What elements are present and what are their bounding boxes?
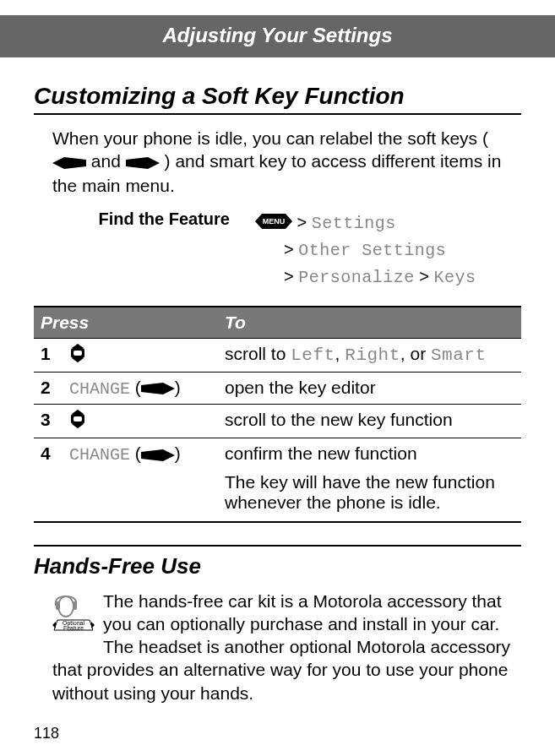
step-number: 3: [34, 405, 63, 438]
path-settings: Settings: [312, 214, 396, 233]
left-softkey-icon: [52, 151, 86, 174]
handsfree-paragraph: Optional Feature The hands-free car kit …: [52, 590, 521, 704]
chapter-header: Adjusting Your Settings: [0, 15, 555, 57]
opt-left: Left: [291, 345, 335, 365]
handsfree-text: The hands-free car kit is a Motorola acc…: [52, 591, 510, 703]
find-feature-label: Find the Feature: [52, 209, 255, 291]
gt-sep: >: [284, 240, 294, 258]
feature-path: MENU > Settings > Other Settings > Perso…: [255, 209, 476, 291]
sep: ,: [335, 344, 346, 363]
svg-marker-13: [141, 449, 175, 461]
to-text: The key will have the new function whene…: [218, 470, 521, 522]
table-row: 3 scroll to the new key function: [34, 405, 521, 438]
table-row: 2 CHANGE () open the key editor: [34, 372, 521, 404]
page-number: 118: [34, 725, 59, 742]
right-softkey-icon: [141, 378, 175, 399]
section-heading-customizing: Customizing a Soft Key Function: [34, 83, 521, 115]
to-text: scroll to the new key function: [218, 405, 521, 438]
intro-paragraph: When your phone is idle, you can relabel…: [52, 127, 521, 198]
svg-point-14: [58, 596, 73, 617]
path-keys: Keys: [434, 268, 476, 287]
optional-feature-icon: Optional Feature: [52, 591, 95, 639]
opt-smart: Smart: [431, 345, 487, 365]
right-softkey-icon: [126, 151, 160, 174]
gt-sep: >: [419, 267, 429, 286]
svg-text:Feature: Feature: [63, 625, 84, 631]
svg-marker-8: [141, 383, 175, 394]
to-text: scroll to: [225, 344, 291, 363]
to-text: open the key editor: [218, 372, 521, 404]
section-heading-handsfree: Hands-Free Use: [34, 545, 521, 579]
table-row: 1 scroll to Left, Right, or Smart: [34, 338, 521, 372]
scroll-key-icon: [69, 344, 86, 367]
col-header-press: Press: [34, 307, 218, 339]
path-other-settings: Other Settings: [298, 241, 446, 260]
change-label: CHANGE: [69, 445, 130, 465]
find-feature-row: Find the Feature MENU > Settings > Other…: [52, 209, 521, 291]
opt-right: Right: [345, 345, 400, 365]
table-row: 4 CHANGE () confirm the new function: [34, 438, 521, 470]
intro-text-mid: and: [91, 151, 126, 171]
svg-rect-6: [73, 351, 82, 356]
to-text: confirm the new function: [218, 438, 521, 470]
svg-marker-20: [52, 622, 56, 628]
svg-marker-21: [91, 622, 95, 628]
intro-text-pre: When your phone is idle, you can relabel…: [52, 128, 488, 148]
paren-open: (: [130, 378, 141, 397]
paren-close: ): [175, 378, 181, 397]
svg-marker-0: [52, 157, 86, 169]
step-number: 1: [34, 338, 63, 372]
svg-marker-9: [72, 410, 84, 414]
svg-rect-11: [73, 416, 82, 422]
path-personalize: Personalize: [298, 268, 415, 287]
svg-marker-1: [126, 157, 160, 169]
steps-table: Press To 1 scro: [34, 306, 521, 523]
gt-sep: >: [297, 213, 307, 231]
svg-text:MENU: MENU: [263, 217, 286, 226]
gt-sep: >: [284, 267, 294, 286]
scroll-key-icon: [69, 410, 86, 432]
col-header-to: To: [218, 307, 521, 339]
paren-close: ): [175, 443, 181, 463]
sep: , or: [400, 344, 431, 363]
page-content: Customizing a Soft Key Function When you…: [0, 83, 555, 704]
menu-key-icon: MENU: [255, 210, 292, 236]
right-softkey-icon: [141, 445, 175, 465]
paren-open: (: [130, 443, 141, 463]
step-number: 4: [34, 438, 63, 470]
svg-marker-12: [72, 424, 84, 428]
svg-marker-7: [72, 358, 84, 362]
step-number: 2: [34, 372, 63, 404]
svg-marker-4: [72, 344, 84, 348]
table-row: The key will have the new function whene…: [34, 470, 521, 522]
change-label: CHANGE: [69, 379, 130, 399]
